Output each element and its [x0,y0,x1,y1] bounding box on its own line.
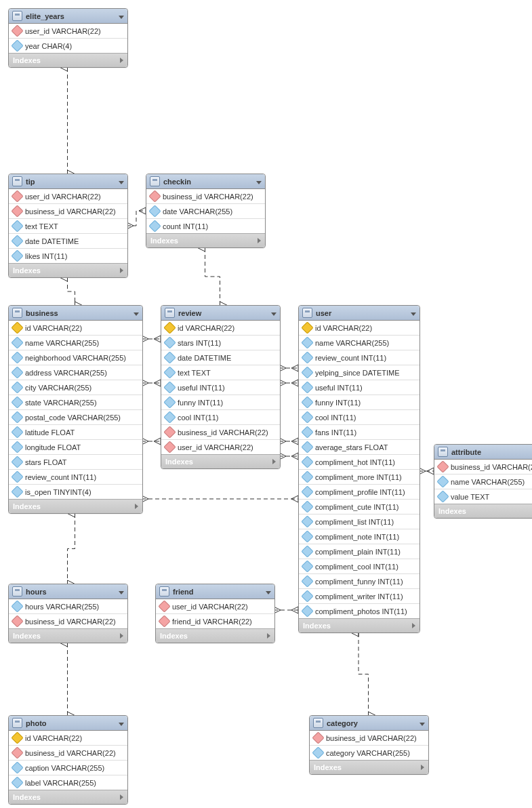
column-row[interactable]: id VARCHAR(22) [9,321,142,335]
column-row[interactable]: compliment_writer INT(11) [299,588,420,603]
column-row[interactable]: compliment_more INT(11) [299,469,420,484]
column-row[interactable]: fans INT(11) [299,424,420,439]
column-row[interactable]: count INT(11) [146,218,265,233]
column-row[interactable]: date VARCHAR(255) [146,203,265,218]
column-row[interactable]: year CHAR(4) [9,38,127,53]
column-row[interactable]: caption VARCHAR(255) [9,760,127,775]
indexes-footer[interactable]: Indexes [9,53,127,67]
table-header[interactable]: business [9,306,142,321]
expand-icon[interactable] [135,502,138,510]
column-row[interactable]: value TEXT [434,489,532,504]
column-row[interactable]: average_stars FLOAT [299,439,420,454]
column-row[interactable]: name VARCHAR(255) [9,335,142,350]
expand-icon[interactable] [272,458,276,466]
collapse-icon[interactable] [420,719,425,727]
expand-icon[interactable] [421,763,424,771]
column-row[interactable]: stars FLOAT [9,454,142,469]
indexes-footer[interactable]: Indexes [146,233,265,247]
expand-icon[interactable] [120,793,123,801]
collapse-icon[interactable] [256,178,262,186]
table-header[interactable]: checkin [146,174,265,189]
column-row[interactable]: business_id VARCHAR(22) [310,731,428,745]
column-row[interactable]: category VARCHAR(255) [310,745,428,760]
column-row[interactable]: compliment_note INT(11) [299,529,420,544]
column-row[interactable]: compliment_funny INT(11) [299,573,420,588]
column-row[interactable]: user_id VARCHAR(22) [9,24,127,38]
column-row[interactable]: compliment_photos INT(11) [299,603,420,618]
table-header[interactable]: photo [9,716,127,731]
table-photo[interactable]: photoid VARCHAR(22)business_id VARCHAR(2… [8,715,128,805]
collapse-icon[interactable] [119,178,124,186]
expand-icon[interactable] [258,237,261,245]
table-attribute[interactable]: attributebusiness_id VARCHAR(22)name VAR… [434,444,532,519]
column-row[interactable]: funny INT(11) [299,395,420,409]
table-header[interactable]: user [299,306,420,321]
column-row[interactable]: review_count INT(11) [299,350,420,365]
column-row[interactable]: text TEXT [9,218,127,233]
column-row[interactable]: business_id VARCHAR(22) [146,189,265,203]
table-header[interactable]: friend [156,584,274,599]
column-row[interactable]: cool INT(11) [161,409,280,424]
table-header[interactable]: review [161,306,280,321]
collapse-icon[interactable] [271,309,277,317]
table-elite_years[interactable]: elite_yearsuser_id VARCHAR(22)year CHAR(… [8,8,128,68]
column-row[interactable]: business_id VARCHAR(22) [161,424,280,439]
column-row[interactable]: state VARCHAR(255) [9,395,142,409]
column-row[interactable]: business_id VARCHAR(22) [9,613,127,628]
indexes-footer[interactable]: Indexes [9,628,127,643]
expand-icon[interactable] [412,622,415,630]
column-row[interactable]: compliment_cute INT(11) [299,499,420,514]
expand-icon[interactable] [120,56,123,64]
column-row[interactable]: is_open TINYINT(4) [9,484,142,499]
column-row[interactable]: funny INT(11) [161,395,280,409]
column-row[interactable]: id VARCHAR(22) [299,321,420,335]
collapse-icon[interactable] [411,309,416,317]
expand-icon[interactable] [120,632,123,640]
column-row[interactable]: likes INT(11) [9,248,127,263]
column-row[interactable]: compliment_list INT(11) [299,514,420,529]
column-row[interactable]: user_id VARCHAR(22) [156,599,274,613]
column-row[interactable]: latitude FLOAT [9,424,142,439]
column-row[interactable]: hours VARCHAR(255) [9,599,127,613]
column-row[interactable]: name VARCHAR(255) [434,474,532,489]
column-row[interactable]: text TEXT [161,365,280,380]
indexes-footer[interactable]: Indexes [156,628,274,643]
column-row[interactable]: name VARCHAR(255) [299,335,420,350]
column-row[interactable]: useful INT(11) [299,380,420,395]
table-header[interactable]: elite_years [9,9,127,24]
indexes-footer[interactable]: Indexes [434,504,532,518]
column-row[interactable]: stars INT(11) [161,335,280,350]
column-row[interactable]: cool INT(11) [299,409,420,424]
column-row[interactable]: city VARCHAR(255) [9,380,142,395]
column-row[interactable]: compliment_cool INT(11) [299,559,420,573]
indexes-footer[interactable]: Indexes [299,618,420,632]
table-review[interactable]: reviewid VARCHAR(22)stars INT(11)date DA… [161,305,281,469]
table-header[interactable]: category [310,716,428,731]
collapse-icon[interactable] [119,588,124,596]
table-tip[interactable]: tipuser_id VARCHAR(22)business_id VARCHA… [8,174,128,278]
column-row[interactable]: id VARCHAR(22) [9,731,127,745]
column-row[interactable]: friend_id VARCHAR(22) [156,613,274,628]
collapse-icon[interactable] [119,12,124,20]
column-row[interactable]: user_id VARCHAR(22) [9,189,127,203]
indexes-footer[interactable]: Indexes [161,454,280,468]
column-row[interactable]: useful INT(11) [161,380,280,395]
column-row[interactable]: business_id VARCHAR(22) [9,203,127,218]
column-row[interactable]: business_id VARCHAR(22) [9,745,127,760]
indexes-footer[interactable]: Indexes [9,499,142,513]
table-header[interactable]: attribute [434,445,532,460]
column-row[interactable]: business_id VARCHAR(22) [434,460,532,474]
column-row[interactable]: neighborhood VARCHAR(255) [9,350,142,365]
column-row[interactable]: review_count INT(11) [9,469,142,484]
column-row[interactable]: label VARCHAR(255) [9,775,127,790]
column-row[interactable]: longitude FLOAT [9,439,142,454]
column-row[interactable]: postal_code VARCHAR(255) [9,409,142,424]
table-friend[interactable]: frienduser_id VARCHAR(22)friend_id VARCH… [155,584,275,643]
table-business[interactable]: businessid VARCHAR(22)name VARCHAR(255)n… [8,305,143,514]
column-row[interactable]: date DATETIME [161,350,280,365]
column-row[interactable]: compliment_plain INT(11) [299,544,420,559]
table-user[interactable]: userid VARCHAR(22)name VARCHAR(255)revie… [298,305,420,633]
indexes-footer[interactable]: Indexes [9,263,127,277]
table-category[interactable]: categorybusiness_id VARCHAR(22)category … [309,715,429,775]
column-row[interactable]: yelping_since DATETIME [299,365,420,380]
